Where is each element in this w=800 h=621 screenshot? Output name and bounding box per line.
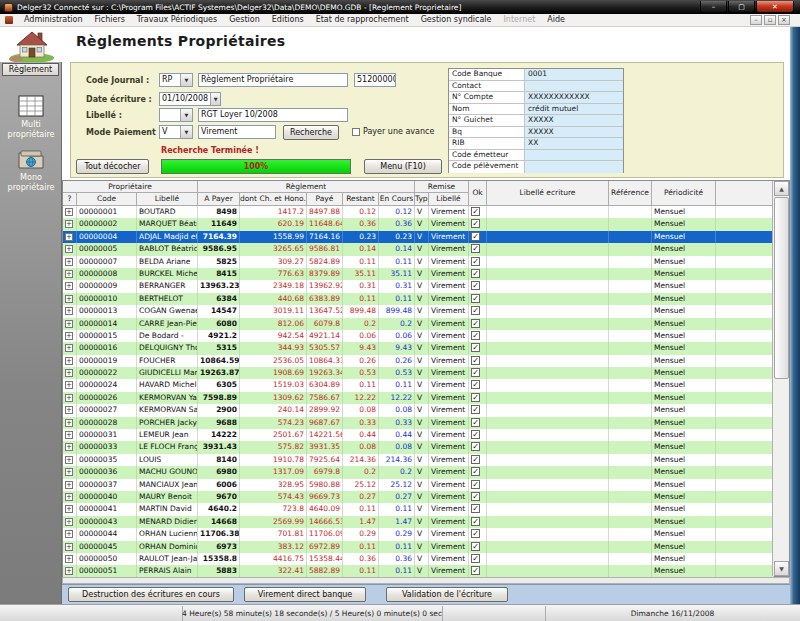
mono-proprietaire-icon[interactable] xyxy=(17,148,45,170)
ok-checkbox[interactable]: ✓ xyxy=(471,207,480,216)
mdi-minimize-button[interactable]: – xyxy=(750,15,762,25)
bank-field-value[interactable]: 0001 xyxy=(525,69,623,80)
grid-row[interactable]: +00000016DELQUIGNY Thomas5315344.935305.… xyxy=(63,342,774,354)
grid-row[interactable]: +00000009BERRANGER13963.232349.1813962.9… xyxy=(63,280,774,292)
ok-checkbox[interactable]: ✓ xyxy=(471,281,480,290)
grid-row[interactable]: +00000019FOUCHER10864.592536.0510864.330… xyxy=(63,355,774,367)
libelle-combo[interactable]: ▼ xyxy=(159,108,193,122)
menu-etat-de-rapprochement[interactable]: Etat de rapprochement xyxy=(310,14,415,26)
col-header-libelle[interactable]: Libellé xyxy=(137,193,198,206)
ok-checkbox[interactable]: ✓ xyxy=(471,232,480,241)
ok-checkbox[interactable]: ✓ xyxy=(471,244,480,253)
menu-editions[interactable]: Editions xyxy=(266,14,310,26)
ok-checkbox[interactable]: ✓ xyxy=(471,442,480,451)
ok-checkbox[interactable]: ✓ xyxy=(471,380,480,389)
grid-row[interactable]: +00000005BABLOT Béatrice9586.953265.6595… xyxy=(63,243,774,255)
grid-row[interactable]: +00000040MAURY Benoit9670574.439669.730.… xyxy=(63,491,774,503)
grid-row[interactable]: +00000015De Bodard -4921.2942.544921.140… xyxy=(63,330,774,342)
virement-direct-button[interactable]: Virement direct banque xyxy=(244,587,366,602)
code-journal-account-field[interactable]: 51200000 xyxy=(354,73,396,87)
expand-icon[interactable]: + xyxy=(65,208,73,216)
chevron-down-icon[interactable]: ▼ xyxy=(180,74,192,86)
minimize-button[interactable]: – xyxy=(700,1,727,13)
menu-travaux-p-riodiques[interactable]: Travaux Périodiques xyxy=(131,14,223,26)
maximize-button[interactable]: ▢ xyxy=(728,1,755,13)
grid-row[interactable]: +00000036MACHU GOUNOT69801317.096979.80.… xyxy=(63,466,774,478)
libelle-field[interactable]: RGT Loyer 10/2008 xyxy=(198,108,348,122)
grid-row[interactable]: +00000014CARRE Jean-Pierre6080812.066079… xyxy=(63,318,774,330)
grid-row[interactable]: +00000051PERRAIS Alain5883322.415882.890… xyxy=(63,565,774,577)
mode-paiement-field[interactable]: Virement xyxy=(198,125,276,139)
ok-checkbox[interactable]: ✓ xyxy=(471,319,480,328)
grid-row[interactable]: +00000010BERTHELOT6384440.686383.890.110… xyxy=(63,293,774,305)
chevron-down-icon[interactable]: ▼ xyxy=(210,93,220,105)
grid-row[interactable]: +00000044ORHAN Lucienne11706.38701.81117… xyxy=(63,528,774,540)
grid-row[interactable]: +00000028PORCHER Jacky9688574.239687.670… xyxy=(63,417,774,429)
ok-checkbox[interactable]: ✓ xyxy=(471,306,480,315)
expand-icon[interactable]: + xyxy=(65,406,73,414)
expand-icon[interactable]: + xyxy=(65,481,73,489)
menu-administration[interactable]: Administration xyxy=(18,14,89,26)
ok-checkbox[interactable]: ✓ xyxy=(471,356,480,365)
grid-row[interactable]: +00000022GIUDICELLI Marie-Claire19263.87… xyxy=(63,367,774,379)
expand-icon[interactable]: + xyxy=(65,530,73,538)
scroll-down-icon[interactable]: ▼ xyxy=(774,561,789,576)
expand-icon[interactable]: + xyxy=(65,381,73,389)
expand-icon[interactable]: + xyxy=(65,505,73,513)
sidebar-tab-reglement[interactable]: Règlement xyxy=(2,63,59,76)
expand-icon[interactable]: + xyxy=(65,320,73,328)
grid-row[interactable]: +00000013COGAN Gwenael145473019.1113647.… xyxy=(63,305,774,317)
expand-icon[interactable]: + xyxy=(65,555,73,563)
horizontal-scrollbar[interactable] xyxy=(62,577,790,584)
grid-row[interactable]: +00000037MANCIAUX Jean-Philippe6006328.9… xyxy=(63,479,774,491)
mdi-close-button[interactable]: × xyxy=(778,15,790,25)
expand-icon[interactable]: + xyxy=(65,245,73,253)
col-header-ok[interactable]: Ok xyxy=(469,181,487,206)
expand-icon[interactable]: + xyxy=(65,295,73,303)
ok-checkbox[interactable]: ✓ xyxy=(471,504,480,513)
close-button[interactable]: ✕ xyxy=(756,1,794,13)
grid-row[interactable]: +00000041MARTIN David4640.2723.84640.090… xyxy=(63,503,774,515)
recherche-button[interactable]: Recherche xyxy=(283,125,339,140)
expand-icon[interactable]: + xyxy=(65,282,73,290)
grid-row[interactable]: +00000001BOUTARD84981417.28497.880.120.1… xyxy=(63,206,774,218)
menu-gestion[interactable]: Gestion xyxy=(223,14,266,26)
grid-row[interactable]: +00000050RAULOT Jean-Jacques15358.84416.… xyxy=(63,553,774,565)
expand-icon[interactable]: + xyxy=(65,270,73,278)
expand-icon[interactable]: + xyxy=(65,332,73,340)
vertical-scrollbar[interactable]: ▲ ▼ xyxy=(772,181,789,576)
scrollbar-thumb[interactable] xyxy=(774,197,789,379)
ok-checkbox[interactable]: ✓ xyxy=(471,393,480,402)
grid-row[interactable]: +00000033LE FLOCH François3931.43575.823… xyxy=(63,441,774,453)
grid-row[interactable]: +00000002MARQUET Béatrice11649620.191164… xyxy=(63,218,774,230)
grid-row[interactable]: +00000007BELDA Ariane5825309.275824.890.… xyxy=(63,256,774,268)
bank-field-value[interactable]: XXXXX xyxy=(525,115,623,126)
expand-icon[interactable]: + xyxy=(65,220,73,228)
ok-checkbox[interactable]: ✓ xyxy=(471,529,480,538)
expand-icon[interactable]: + xyxy=(65,419,73,427)
menu-aide[interactable]: Aide xyxy=(541,14,571,26)
mdi-restore-button[interactable]: ▫ xyxy=(764,15,776,25)
expand-icon[interactable]: + xyxy=(65,258,73,266)
ok-checkbox[interactable]: ✓ xyxy=(471,430,480,439)
grid-row[interactable]: +00000043MENARD Didier146682569.9914666.… xyxy=(63,516,774,528)
col-header-expand[interactable]: ? xyxy=(63,193,77,206)
col-header-periodicite[interactable]: Périodicité xyxy=(652,181,716,206)
grid-row[interactable]: +00000024HAVARD Michel63051519.036304.89… xyxy=(63,379,774,391)
ok-checkbox[interactable]: ✓ xyxy=(471,517,480,526)
bank-field-value[interactable]: XX xyxy=(525,138,623,149)
expand-icon[interactable]: + xyxy=(65,394,73,402)
ok-checkbox[interactable]: ✓ xyxy=(471,219,480,228)
payer-avance-checkbox[interactable] xyxy=(352,128,360,136)
col-header-remise-libelle[interactable]: Libellé xyxy=(429,193,469,206)
expand-icon[interactable]: + xyxy=(65,357,73,365)
ok-checkbox[interactable]: ✓ xyxy=(471,405,480,414)
expand-icon[interactable]: + xyxy=(65,518,73,526)
expand-icon[interactable]: + xyxy=(65,443,73,451)
ok-checkbox[interactable]: ✓ xyxy=(471,480,480,489)
col-header-en-cours[interactable]: En Cours xyxy=(379,193,415,206)
bank-field-value[interactable]: XXXXX xyxy=(525,127,623,138)
ok-checkbox[interactable]: ✓ xyxy=(471,492,480,501)
grid-row[interactable]: +00000031LEMEUR Jean142222501.6714221.56… xyxy=(63,429,774,441)
chevron-down-icon[interactable]: ▼ xyxy=(180,109,192,121)
